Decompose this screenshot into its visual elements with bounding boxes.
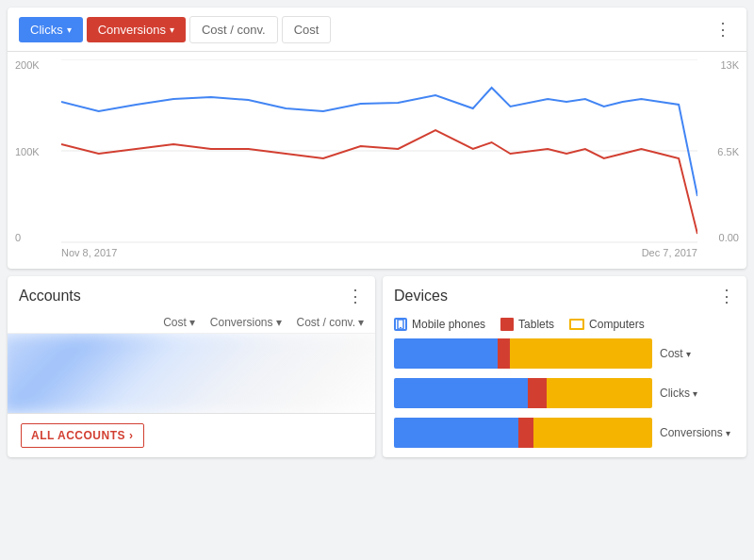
chart-svg xyxy=(61,59,697,243)
x-label-end: Dec 7, 2017 xyxy=(642,247,697,258)
bar-clicks-label[interactable]: Clicks ▾ xyxy=(660,387,735,400)
tab-conversions-caret: ▾ xyxy=(170,25,174,35)
bar-section: Cost ▾ Clicks ▾ xyxy=(383,338,746,457)
bar-row-conversions: Conversions ▾ xyxy=(394,418,735,448)
bottom-row: Accounts ⋮ Cost ▾ Conversions ▾ Cost / c… xyxy=(8,276,746,457)
all-accounts-button[interactable]: ALL ACCOUNTS › xyxy=(21,423,144,448)
tab-clicks[interactable]: Clicks ▾ xyxy=(19,17,83,42)
bar-conv-blue xyxy=(394,418,518,448)
accounts-title: Accounts xyxy=(19,288,347,305)
accounts-col-cost-conv[interactable]: Cost / conv. ▾ xyxy=(297,316,364,329)
legend-tablets-label: Tablets xyxy=(518,318,554,331)
bar-cost-blue xyxy=(394,338,498,369)
bar-conversions-label[interactable]: Conversions ▾ xyxy=(660,426,735,439)
y-left-bot: 0 xyxy=(15,232,40,243)
y-right-mid: 6.5K xyxy=(717,146,739,157)
bar-clicks-red xyxy=(528,378,546,408)
y-axis-right: 13K 6.5K 0.00 xyxy=(717,59,739,243)
chart-card: Clicks ▾ Conversions ▾ Cost / conv. Cost… xyxy=(8,8,746,269)
computer-icon xyxy=(569,319,584,330)
bar-row-cost: Cost ▾ xyxy=(394,338,735,369)
accounts-menu-icon[interactable]: ⋮ xyxy=(347,286,364,306)
y-left-mid: 100K xyxy=(15,146,40,157)
tab-cost[interactable]: Cost xyxy=(282,16,332,43)
accounts-col-conversions[interactable]: Conversions ▾ xyxy=(210,316,282,329)
all-accounts-arrow: › xyxy=(129,429,134,442)
bar-cost-yellow xyxy=(510,338,652,369)
chart-menu-icon[interactable]: ⋮ xyxy=(711,15,735,43)
mobile-icon xyxy=(394,318,407,331)
bar-track-cost xyxy=(394,338,652,369)
y-axis-left: 200K 100K 0 xyxy=(15,59,40,243)
devices-header: Devices ⋮ xyxy=(383,276,746,312)
y-right-bot: 0.00 xyxy=(717,232,739,243)
bar-conv-yellow xyxy=(533,418,652,448)
tab-clicks-caret: ▾ xyxy=(67,25,72,35)
accounts-col-cost[interactable]: Cost ▾ xyxy=(163,316,195,329)
legend-mobile: Mobile phones xyxy=(394,318,485,331)
devices-title: Devices xyxy=(394,288,718,305)
accounts-card: Accounts ⋮ Cost ▾ Conversions ▾ Cost / c… xyxy=(8,276,375,457)
svg-rect-4 xyxy=(400,327,402,328)
accounts-footer: ALL ACCOUNTS › xyxy=(8,413,375,457)
main-container: Clicks ▾ Conversions ▾ Cost / conv. Cost… xyxy=(0,0,754,465)
devices-card: Devices ⋮ Mobile phones Tablets xyxy=(383,276,746,457)
chart-area: 200K 100K 0 13K 6.5K 0.00 xyxy=(8,52,746,269)
chart-header: Clicks ▾ Conversions ▾ Cost / conv. Cost… xyxy=(8,8,746,52)
tab-clicks-label: Clicks xyxy=(30,23,63,37)
devices-legend: Mobile phones Tablets Computers xyxy=(383,312,746,338)
bar-cost-red xyxy=(498,338,511,369)
accounts-subheader: Cost ▾ Conversions ▾ Cost / conv. ▾ xyxy=(8,312,375,334)
tab-conversions-label: Conversions xyxy=(98,23,166,37)
tab-cost-conv[interactable]: Cost / conv. xyxy=(189,16,278,43)
chart-svg-container xyxy=(61,59,697,243)
y-left-top: 200K xyxy=(15,59,40,71)
legend-computers: Computers xyxy=(569,318,645,331)
bar-conv-red xyxy=(518,418,533,448)
devices-menu-icon[interactable]: ⋮ xyxy=(718,286,735,306)
accounts-header: Accounts ⋮ xyxy=(8,276,375,312)
tablet-icon xyxy=(500,318,514,331)
y-right-top: 13K xyxy=(717,59,739,71)
x-label-start: Nov 8, 2017 xyxy=(61,247,117,258)
bar-cost-label[interactable]: Cost ▾ xyxy=(660,347,735,360)
legend-computers-label: Computers xyxy=(589,318,645,331)
bar-clicks-yellow xyxy=(547,378,652,408)
tab-cost-label: Cost xyxy=(294,23,320,37)
all-accounts-label: ALL ACCOUNTS xyxy=(31,429,125,442)
bar-clicks-blue xyxy=(394,378,528,408)
tab-cost-conv-label: Cost / conv. xyxy=(202,23,266,37)
accounts-content xyxy=(8,334,375,413)
bar-track-conversions xyxy=(394,418,652,448)
accounts-blurred-data xyxy=(8,334,375,413)
legend-mobile-label: Mobile phones xyxy=(412,318,485,331)
legend-tablets: Tablets xyxy=(500,318,554,331)
x-axis-labels: Nov 8, 2017 Dec 7, 2017 xyxy=(61,247,697,258)
tab-conversions[interactable]: Conversions ▾ xyxy=(87,17,186,42)
bar-row-clicks: Clicks ▾ xyxy=(394,378,735,408)
bar-track-clicks xyxy=(394,378,652,408)
